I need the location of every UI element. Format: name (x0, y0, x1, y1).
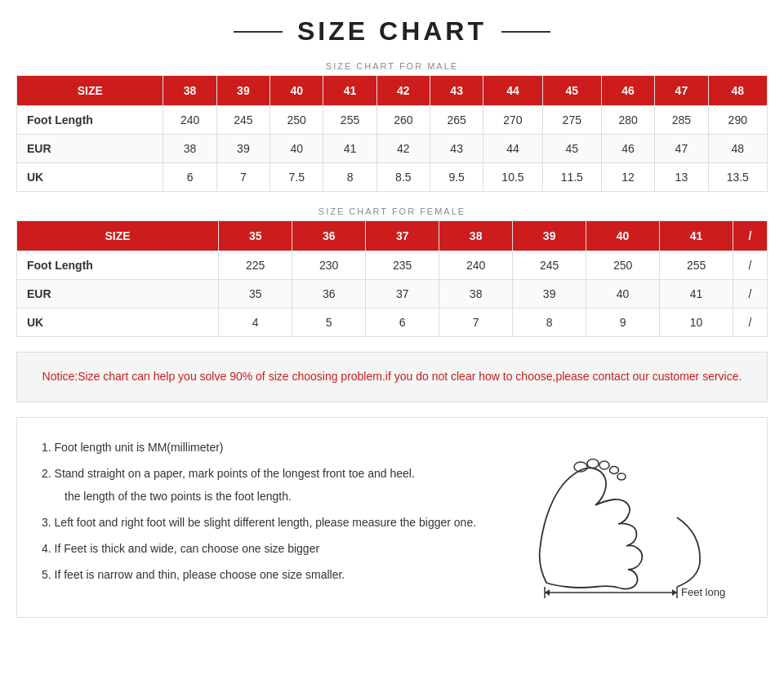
male-row-label-1: EUR (17, 135, 163, 163)
female-header-35: 35 (219, 221, 292, 251)
male-cell-1-10: 48 (708, 135, 767, 163)
female-row-1: EUR35363738394041/ (17, 280, 768, 309)
female-cell-2-4: 8 (513, 309, 586, 337)
instruction-item-1: 2. Stand straight on a paper, mark point… (42, 462, 514, 508)
female-cell-0-2: 235 (366, 251, 439, 280)
male-cell-0-9: 285 (655, 106, 708, 135)
male-cell-1-0: 38 (163, 135, 216, 163)
instructions-section: 1. Foot length unit is MM(millimeter)2. … (16, 417, 768, 618)
male-cell-1-1: 39 (216, 135, 270, 163)
female-cell-2-2: 6 (366, 309, 439, 337)
foot-illustration: Feet long (522, 436, 734, 599)
male-cell-0-0: 240 (163, 106, 216, 135)
instructions-text: 1. Foot length unit is MM(millimeter)2. … (42, 436, 514, 599)
male-cell-2-5: 9.5 (430, 163, 483, 192)
notice-text: Notice:Size chart can help you solve 90%… (42, 370, 742, 383)
instruction-item-2: 3. Left foot and right foot will be slig… (42, 511, 514, 534)
male-header-38: 38 (163, 76, 216, 106)
male-header-47: 47 (655, 76, 708, 106)
female-row-0: Foot Length225230235240245250255/ (17, 251, 768, 280)
male-row-2: UK677.588.59.510.511.5121313.5 (17, 163, 768, 192)
male-cell-2-2: 7.5 (270, 163, 323, 192)
female-cell-1-0: 35 (219, 280, 292, 309)
male-header-42: 42 (376, 76, 430, 106)
female-cell-1-3: 38 (439, 280, 513, 309)
male-cell-2-10: 13.5 (708, 163, 767, 192)
feet-long-label: Feet long (681, 586, 725, 598)
male-header-45: 45 (542, 76, 601, 106)
svg-marker-7 (672, 589, 677, 596)
male-cell-1-4: 42 (376, 135, 430, 163)
male-row-1: EUR3839404142434445464748 (17, 135, 768, 163)
male-row-label-2: UK (17, 163, 163, 192)
male-header-48: 48 (708, 76, 767, 106)
title-line-right (501, 31, 550, 33)
male-header-43: 43 (430, 76, 483, 106)
male-row-label-0: Foot Length (17, 106, 163, 135)
male-header-40: 40 (270, 76, 323, 106)
female-row-label-0: Foot Length (17, 251, 219, 280)
title-line-left (234, 31, 283, 33)
male-cell-1-3: 41 (323, 135, 376, 163)
male-cell-2-1: 7 (216, 163, 270, 192)
male-cell-1-6: 44 (483, 135, 542, 163)
female-header-39: 39 (513, 221, 586, 251)
male-cell-1-2: 40 (270, 135, 323, 163)
female-cell-0-1: 230 (292, 251, 366, 280)
notice-box: Notice:Size chart can help you solve 90%… (16, 352, 768, 402)
female-cell-0-3: 240 (439, 251, 513, 280)
male-section-label: SIZE CHART FOR MALE (16, 61, 768, 71)
female-cell-1-1: 36 (292, 280, 366, 309)
female-size-table: SIZE35363738394041/ Foot Length225230235… (16, 220, 768, 337)
male-cell-2-8: 12 (601, 163, 654, 192)
female-cell-2-6: 10 (660, 309, 733, 337)
female-cell-0-4: 245 (513, 251, 586, 280)
female-cell-1-2: 37 (366, 280, 439, 309)
female-cell-2-3: 7 (439, 309, 513, 337)
female-cell-1-4: 39 (513, 280, 586, 309)
foot-svg-container: Feet long (522, 436, 734, 599)
female-header-SIZE: SIZE (17, 221, 219, 251)
instruction-item-3: 4. If Feet is thick and wide, can choose… (42, 537, 514, 560)
male-size-table: SIZE3839404142434445464748 Foot Length24… (16, 75, 768, 192)
male-cell-2-3: 8 (323, 163, 376, 192)
female-header-37: 37 (366, 221, 439, 251)
svg-point-2 (599, 461, 609, 469)
female-cell-0-0: 225 (219, 251, 292, 280)
page-container: SIZE CHART SIZE CHART FOR MALE SIZE38394… (0, 0, 784, 634)
male-cell-1-8: 46 (601, 135, 654, 163)
male-header-SIZE: SIZE (17, 76, 163, 106)
male-cell-0-10: 290 (708, 106, 767, 135)
instruction-item-4: 5. If feet is narrow and thin, please ch… (42, 563, 514, 586)
male-row-0: Foot Length24024525025526026527027528028… (17, 106, 768, 135)
female-header-/: / (733, 221, 768, 251)
male-cell-2-0: 6 (163, 163, 216, 192)
male-cell-0-3: 255 (323, 106, 376, 135)
female-row-label-1: EUR (17, 280, 219, 309)
female-cell-1-5: 40 (586, 280, 660, 309)
female-cell-1-6: 41 (660, 280, 733, 309)
male-header-39: 39 (216, 76, 270, 106)
female-cell-2-5: 9 (586, 309, 660, 337)
male-cell-2-9: 13 (655, 163, 708, 192)
male-cell-1-5: 43 (430, 135, 483, 163)
male-header-41: 41 (323, 76, 376, 106)
title-row: SIZE CHART (16, 16, 768, 47)
female-cell-0-5: 250 (586, 251, 660, 280)
male-header-44: 44 (483, 76, 542, 106)
page-title: SIZE CHART (297, 16, 487, 47)
male-cell-0-6: 270 (483, 106, 542, 135)
female-section-label: SIZE CHART FOR FEMALE (16, 206, 768, 216)
female-cell-2-1: 5 (292, 309, 366, 337)
female-row-label-2: UK (17, 309, 219, 337)
male-cell-0-7: 275 (542, 106, 601, 135)
male-cell-0-4: 260 (376, 106, 430, 135)
instruction-sub-1: the length of the two points is the foot… (42, 485, 514, 508)
female-header-38: 38 (439, 221, 513, 251)
svg-point-1 (587, 459, 599, 468)
female-cell-0-7: / (733, 251, 768, 280)
male-cell-2-6: 10.5 (483, 163, 542, 192)
male-cell-0-8: 280 (601, 106, 654, 135)
female-header-40: 40 (586, 221, 660, 251)
male-cell-0-1: 245 (216, 106, 270, 135)
